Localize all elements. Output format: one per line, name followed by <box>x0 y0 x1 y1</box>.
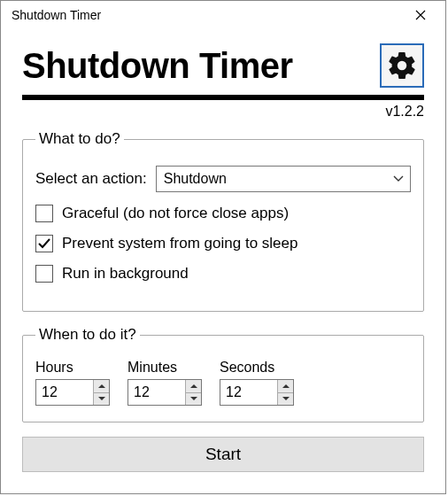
prevent-sleep-row: Prevent system from going to sleep <box>35 235 411 252</box>
app-title: Shutdown Timer <box>22 46 293 86</box>
time-legend: When to do it? <box>35 326 140 344</box>
seconds-input[interactable] <box>220 380 277 405</box>
header-divider <box>22 95 424 100</box>
chevron-down-icon <box>190 396 197 401</box>
seconds-down-button[interactable] <box>278 392 293 406</box>
minutes-down-button[interactable] <box>186 392 201 406</box>
content-area: Shutdown Timer v1.2.2 What to do? Select… <box>1 29 445 481</box>
seconds-up-button[interactable] <box>278 380 293 392</box>
minutes-spin-buttons <box>185 380 201 405</box>
prevent-sleep-label: Prevent system from going to sleep <box>62 235 297 252</box>
graceful-label: Graceful (do not force close apps) <box>62 205 289 222</box>
action-select-wrap: Shutdown <box>156 166 411 192</box>
graceful-checkbox[interactable] <box>35 205 53 222</box>
background-row: Run in background <box>35 265 411 283</box>
time-fieldset: When to do it? Hours Minutes <box>22 326 424 422</box>
seconds-spinner <box>220 379 294 406</box>
close-icon <box>415 10 426 20</box>
minutes-column: Minutes <box>127 360 202 406</box>
hours-input[interactable] <box>36 380 93 405</box>
seconds-column: Seconds <box>220 360 294 406</box>
action-select[interactable]: Shutdown <box>156 166 411 192</box>
prevent-sleep-checkbox[interactable] <box>35 235 53 252</box>
hours-up-button[interactable] <box>94 380 109 392</box>
close-button[interactable] <box>403 3 438 27</box>
chevron-up-icon <box>98 384 105 389</box>
chevron-down-icon <box>98 396 105 401</box>
gear-icon <box>386 50 418 81</box>
titlebar: Shutdown Timer <box>1 1 445 29</box>
minutes-up-button[interactable] <box>186 380 201 392</box>
hours-down-button[interactable] <box>94 392 109 406</box>
start-button-label: Start <box>205 445 241 464</box>
minutes-label: Minutes <box>127 360 202 376</box>
minutes-input[interactable] <box>128 380 185 405</box>
hours-spinner <box>35 379 110 406</box>
action-select-value: Shutdown <box>164 171 227 187</box>
hours-column: Hours <box>35 360 110 406</box>
check-icon <box>37 236 51 251</box>
header-row: Shutdown Timer <box>22 43 424 88</box>
background-label: Run in background <box>62 265 189 283</box>
seconds-label: Seconds <box>220 360 294 376</box>
action-fieldset: What to do? Select an action: Shutdown G… <box>22 130 424 312</box>
chevron-up-icon <box>190 384 197 389</box>
action-select-row: Select an action: Shutdown <box>35 166 411 192</box>
background-checkbox[interactable] <box>35 265 53 283</box>
chevron-up-icon <box>282 384 290 389</box>
seconds-spin-buttons <box>277 380 293 405</box>
hours-label: Hours <box>35 360 110 376</box>
chevron-down-icon <box>282 396 290 401</box>
minutes-spinner <box>127 379 202 406</box>
hours-spin-buttons <box>93 380 109 405</box>
action-select-label: Select an action: <box>35 170 147 188</box>
time-row: Hours Minutes <box>35 360 411 406</box>
app-window: Shutdown Timer Shutdown Timer v1.2.2 Wha… <box>0 0 446 494</box>
version-label: v1.2.2 <box>22 104 424 120</box>
settings-button[interactable] <box>380 43 424 88</box>
graceful-row: Graceful (do not force close apps) <box>35 205 411 222</box>
window-title: Shutdown Timer <box>12 8 101 22</box>
start-button[interactable]: Start <box>22 437 424 472</box>
action-legend: What to do? <box>35 130 124 148</box>
